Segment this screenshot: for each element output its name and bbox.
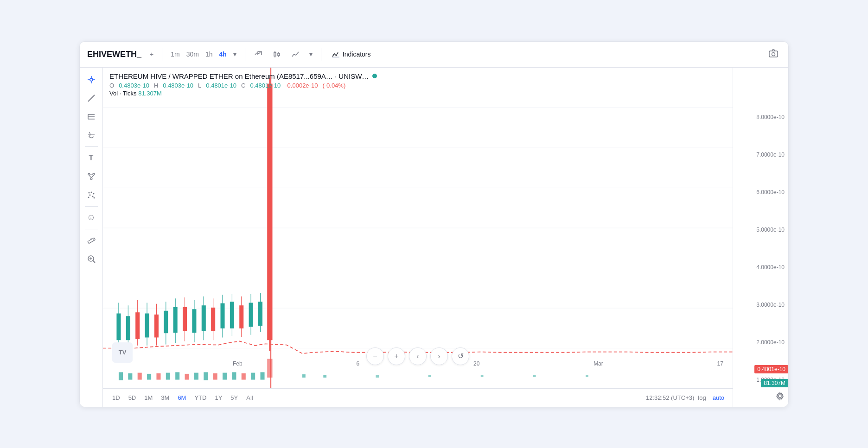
svg-rect-103 bbox=[242, 373, 246, 379]
price-level-3: 3.0000e-10 bbox=[737, 302, 785, 308]
log-button[interactable]: log bbox=[695, 392, 708, 403]
svg-rect-60 bbox=[135, 312, 140, 339]
svg-point-32 bbox=[88, 192, 89, 193]
scroll-back-button[interactable]: ‹ bbox=[409, 347, 427, 365]
period-5y[interactable]: 5Y bbox=[227, 392, 242, 403]
chart-type-lines-icon bbox=[254, 50, 262, 58]
svg-line-29 bbox=[89, 175, 91, 178]
scatter-tool[interactable] bbox=[83, 187, 100, 203]
chart-title-text: ETHEREUM HIVE / WRAPPED ETHER on Ethereu… bbox=[109, 72, 369, 80]
fibonacci-tool[interactable] bbox=[83, 127, 100, 144]
toolbar: EHIVEWETH_ + 1m 30m 1h 4h ▾ bbox=[80, 42, 788, 68]
period-all[interactable]: All bbox=[243, 392, 256, 403]
svg-rect-74 bbox=[202, 305, 206, 331]
period-1y[interactable]: 1Y bbox=[211, 392, 226, 403]
auto-button[interactable]: auto bbox=[710, 392, 727, 403]
period-6m[interactable]: 6M bbox=[174, 392, 190, 403]
chart-type-lines-button[interactable] bbox=[251, 48, 266, 61]
time-display: 12:32:52 (UTC+3) bbox=[646, 394, 694, 401]
svg-rect-82 bbox=[239, 305, 243, 328]
volume-row: Vol · Ticks 81.307M bbox=[109, 90, 377, 97]
svg-rect-88 bbox=[267, 83, 272, 340]
svg-point-35 bbox=[89, 194, 90, 196]
interval-group: 1m 30m 1h 4h ▾ bbox=[168, 49, 239, 60]
svg-rect-39 bbox=[88, 238, 95, 243]
period-ytd[interactable]: YTD bbox=[191, 392, 210, 403]
interval-1m[interactable]: 1m bbox=[168, 49, 182, 60]
svg-line-30 bbox=[91, 175, 94, 178]
indicators-icon bbox=[332, 50, 340, 58]
emoji-tool-icon: ☺ bbox=[87, 213, 95, 222]
left-tool-sep-2 bbox=[85, 206, 98, 207]
interval-dropdown[interactable]: ▾ bbox=[230, 49, 239, 60]
crosshair-icon bbox=[87, 75, 96, 84]
period-3m[interactable]: 3M bbox=[157, 392, 173, 403]
left-tool-sep-1 bbox=[85, 146, 98, 147]
svg-rect-98 bbox=[194, 372, 198, 379]
volume-price-label: 81.307M bbox=[761, 379, 788, 387]
text-tool-icon: T bbox=[89, 154, 94, 162]
chart-svg-wrapper[interactable]: TV − + ‹ › ↺ Feb 6 20 Mar bbox=[103, 68, 733, 388]
scroll-forward-button[interactable]: › bbox=[430, 347, 448, 365]
line-tool[interactable] bbox=[83, 90, 100, 107]
node-tool[interactable] bbox=[83, 168, 100, 185]
chart-info-overlay: ETHEREUM HIVE / WRAPPED ETHER on Ethereu… bbox=[109, 72, 377, 97]
svg-rect-62 bbox=[145, 313, 149, 337]
interval-4h[interactable]: 4h bbox=[216, 49, 229, 60]
svg-rect-95 bbox=[166, 372, 170, 379]
close-value: 0.4801e-10 bbox=[250, 82, 281, 89]
toolbar-separator-2 bbox=[245, 48, 245, 61]
svg-line-0 bbox=[255, 53, 257, 55]
camera-icon bbox=[768, 48, 779, 58]
compare-icon bbox=[291, 50, 300, 58]
zoom-in-button[interactable]: + bbox=[388, 347, 405, 365]
interval-1h[interactable]: 1h bbox=[203, 49, 216, 60]
indicators-button[interactable]: Indicators bbox=[327, 48, 376, 61]
text-tool[interactable]: T bbox=[83, 150, 100, 166]
svg-rect-105 bbox=[261, 372, 265, 379]
left-tool-sep-3 bbox=[85, 229, 98, 229]
toolbar-separator-3 bbox=[321, 48, 321, 61]
svg-rect-86 bbox=[258, 302, 262, 326]
bottom-bar: 1D 5D 1M 3M 6M YTD 1Y 5Y All 12:32:52 (U… bbox=[103, 388, 733, 407]
svg-rect-80 bbox=[230, 302, 234, 328]
svg-line-2 bbox=[259, 52, 261, 54]
svg-rect-100 bbox=[213, 373, 217, 379]
svg-point-36 bbox=[92, 196, 93, 197]
crosshair-tool[interactable] bbox=[83, 71, 100, 88]
zoom-icon bbox=[87, 254, 96, 264]
add-symbol-button[interactable]: + bbox=[147, 49, 156, 60]
chart-type-candle-icon bbox=[273, 50, 281, 58]
symbol-name: EHIVEWETH_ bbox=[87, 50, 141, 59]
period-5d[interactable]: 5D bbox=[125, 392, 140, 403]
svg-rect-101 bbox=[223, 372, 227, 379]
compare-button[interactable] bbox=[288, 48, 303, 61]
low-value: 0.4801e-10 bbox=[206, 82, 236, 89]
patterns-tool[interactable] bbox=[83, 108, 100, 125]
ruler-tool[interactable] bbox=[83, 232, 100, 249]
zoom-out-button[interactable]: − bbox=[366, 347, 384, 365]
svg-point-38 bbox=[93, 197, 95, 198]
open-label: O bbox=[109, 82, 114, 89]
settings-button[interactable] bbox=[775, 391, 785, 403]
vol-label: Vol · Ticks bbox=[109, 90, 137, 97]
svg-rect-72 bbox=[192, 309, 196, 333]
chart-area: ETHEREUM HIVE / WRAPPED ETHER on Ethereu… bbox=[103, 68, 733, 407]
zoom-tool[interactable] bbox=[83, 251, 100, 267]
period-1d[interactable]: 1D bbox=[108, 392, 124, 403]
period-1m[interactable]: 1M bbox=[140, 392, 156, 403]
chart-content: ETHEREUM HIVE / WRAPPED ETHER on Ethereu… bbox=[103, 68, 788, 407]
svg-rect-58 bbox=[126, 316, 130, 340]
emoji-tool[interactable]: ☺ bbox=[83, 209, 100, 226]
interval-30m[interactable]: 30m bbox=[184, 49, 202, 60]
svg-rect-64 bbox=[154, 314, 159, 337]
chart-type-candle-button[interactable] bbox=[269, 48, 284, 61]
svg-point-28 bbox=[90, 178, 92, 180]
screenshot-button[interactable] bbox=[766, 46, 781, 63]
svg-rect-6 bbox=[274, 52, 276, 56]
close-label: C bbox=[241, 82, 245, 89]
reset-button[interactable]: ↺ bbox=[452, 347, 469, 365]
chart-type-dropdown[interactable]: ▾ bbox=[306, 49, 315, 60]
indicators-label: Indicators bbox=[343, 50, 371, 58]
svg-rect-109 bbox=[376, 375, 379, 378]
